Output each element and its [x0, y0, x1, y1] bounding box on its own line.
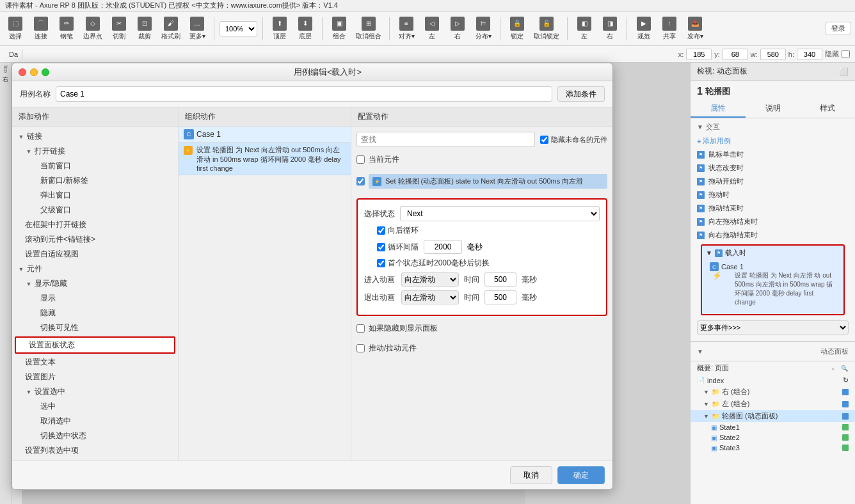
outline-state2[interactable]: ▣ State2 — [691, 432, 855, 443]
exit-anim-select[interactable]: 向左滑动 向右滑动 淡入淡出 无动画 — [401, 290, 459, 304]
outline-right-group[interactable]: ▼ 📁 右 (组合) — [691, 386, 855, 398]
bottom-layer[interactable]: ⬇ 底层 — [294, 13, 317, 44]
enter-anim-select[interactable]: 向左滑动 向右滑动 淡入淡出 无动画 — [401, 272, 459, 287]
toggle-select-item[interactable]: 切换选中状态 — [12, 429, 178, 443]
minimize-button[interactable] — [30, 68, 38, 76]
more-events-select[interactable]: 更多事件>>> — [697, 320, 849, 335]
connect-tool[interactable]: ⌒ 连接 — [29, 13, 52, 44]
case1-label[interactable]: C Case 1 — [710, 262, 836, 271]
open-link-toggle[interactable]: ▼ 打开链接 — [12, 144, 178, 159]
distribute-btn[interactable]: ⊨ 分布▾ — [472, 13, 495, 44]
ungroup-btn[interactable]: ⊞ 取消组合 — [353, 13, 384, 44]
more-tool[interactable]: … 更多▾ — [186, 13, 209, 44]
x-input[interactable] — [686, 49, 712, 60]
sidebar-icon2[interactable]: 右 — [3, 75, 8, 84]
set-action-checkbox[interactable] — [356, 177, 365, 185]
left-panel-toggle[interactable]: ◧ 左 — [573, 13, 596, 44]
set-adaptive-item[interactable]: 设置自适应视图 — [12, 247, 178, 262]
enter-time-input[interactable] — [484, 272, 516, 287]
set-action-item[interactable]: ⚡ Set 轮播图 (动态面板) state to Next 向左滑动 out … — [369, 174, 607, 189]
event-swipe-right[interactable]: ⚑ 向右拖动结束时 — [697, 228, 849, 242]
unlock-btn[interactable]: 🔓 取消锁定 — [531, 13, 562, 44]
search-input[interactable] — [356, 132, 535, 147]
right-align[interactable]: ▷ 右 — [446, 13, 469, 44]
outline-filter-icon[interactable]: ⬦ — [828, 364, 837, 373]
selected-item[interactable]: 选中 — [12, 399, 178, 414]
add-case-link[interactable]: + 添加用例 — [697, 134, 849, 148]
outline-index[interactable]: 📄 index ↻ — [691, 375, 855, 386]
outline-carousel[interactable]: ▼ 📁 轮播图 (动态面板) — [691, 410, 855, 422]
outline-state1[interactable]: ▣ State1 — [691, 422, 855, 432]
event-state-change[interactable]: ⚑ 状态改变时 — [697, 161, 849, 175]
event-drag-start[interactable]: ⚑ 拖动开始时 — [697, 175, 849, 188]
right-panel-toggle[interactable]: ◨ 右 — [598, 13, 621, 44]
set-panel-state-item[interactable]: 设置面板状态 — [15, 336, 175, 354]
set-text-item[interactable]: 设置文本 — [12, 355, 178, 370]
push-pull-checkbox[interactable] — [356, 344, 365, 352]
event-swipe-left[interactable]: ⚑ 向左拖动结束时 — [697, 215, 849, 228]
y-input[interactable] — [723, 49, 748, 60]
case-header[interactable]: C Case 1 — [179, 127, 351, 143]
set-image-item[interactable]: 设置图片 — [12, 370, 178, 384]
inspector-expand-icon[interactable]: ⬜ — [839, 67, 849, 76]
exit-time-input[interactable] — [484, 290, 516, 304]
deselect-item[interactable]: 取消选中 — [12, 414, 178, 429]
format-brush[interactable]: 🖌 格式刷 — [159, 13, 183, 44]
cut-tool[interactable]: ✂ 切割 — [108, 13, 131, 44]
tab-da[interactable]: Da — [5, 49, 22, 59]
h-input[interactable] — [797, 49, 822, 60]
pen-tool[interactable]: ✏ 钢笔 — [55, 13, 78, 44]
align-btn[interactable]: ≡ 对齐▾ — [395, 13, 418, 44]
event-drag[interactable]: ⚑ 拖动时 — [697, 188, 849, 201]
loop-interval-input[interactable] — [424, 240, 462, 254]
ok-button[interactable]: 确定 — [557, 466, 605, 484]
hide-unnamed-checkbox[interactable] — [540, 136, 548, 144]
state-dropdown[interactable]: Next Previous State1 State2 State3 — [400, 206, 600, 221]
outline-search-icon[interactable]: 🔍 — [840, 364, 849, 373]
widget-group-toggle[interactable]: ▼ 元件 — [12, 262, 178, 276]
current-component-checkbox[interactable] — [356, 155, 365, 164]
tab-description[interactable]: 说明 — [746, 100, 801, 118]
add-condition-button[interactable]: 添加条件 — [557, 86, 605, 102]
lock-btn[interactable]: 🔒 锁定 — [506, 13, 529, 44]
publish-btn[interactable]: 📤 发布▾ — [683, 13, 707, 44]
popup-item[interactable]: 弹出窗口 — [12, 188, 178, 203]
toggle-item[interactable]: 切换可见性 — [12, 320, 178, 335]
event-mouse-click[interactable]: ⚑ 鼠标单击时 — [697, 148, 849, 161]
zoom-select[interactable]: 100% — [220, 21, 257, 36]
loop-interval-checkbox[interactable] — [377, 243, 385, 251]
show-item[interactable]: 显示 — [12, 291, 178, 306]
set-selection-toggle[interactable]: ▼ 设置选中 — [12, 384, 178, 399]
hide-item[interactable]: 隐藏 — [12, 306, 178, 320]
left-align[interactable]: ◁ 左 — [420, 13, 443, 44]
parent-window-item[interactable]: 父级窗口 — [12, 203, 178, 217]
close-button[interactable] — [19, 68, 26, 76]
maximize-button[interactable] — [42, 68, 49, 76]
login-button[interactable]: 登录 — [826, 22, 851, 35]
carrying-header[interactable]: ▼ ⚑ 载入时 — [706, 248, 840, 258]
outline-state3[interactable]: ▣ State3 — [691, 443, 855, 453]
hide-checkbox[interactable] — [842, 50, 850, 58]
share-btn[interactable]: ↑ 共享 — [658, 13, 681, 44]
new-tab-item[interactable]: 新窗口/新标签 — [12, 173, 178, 188]
outline-left-group[interactable]: ▼ 📁 左 (组合) — [691, 398, 855, 410]
forward-cycle-checkbox[interactable] — [377, 226, 385, 235]
top-layer[interactable]: ⬆ 顶层 — [268, 13, 291, 44]
case-name-input[interactable] — [56, 86, 552, 102]
w-input[interactable] — [760, 49, 786, 60]
link-group-toggle[interactable]: ▼ 链接 — [12, 129, 178, 144]
scroll-to-item[interactable]: 滚动到元件<锚链接> — [12, 232, 178, 247]
set-list-selected-item[interactable]: 设置列表选中项 — [12, 443, 178, 458]
show-hide-toggle[interactable]: ▼ 显示/隐藏 — [12, 276, 178, 291]
current-window-item[interactable]: 当前窗口 — [12, 159, 178, 173]
tab-style[interactable]: 样式 — [800, 100, 855, 118]
preview-btn[interactable]: ▶ 规范 — [632, 13, 655, 44]
event-drag-end[interactable]: ⚑ 拖动结束时 — [697, 201, 849, 215]
first-delay-checkbox[interactable] — [377, 259, 385, 267]
frame-open-item[interactable]: 在框架中打开链接 — [12, 217, 178, 232]
crop-tool[interactable]: ⊡ 裁剪 — [133, 13, 156, 44]
boundary-tool[interactable]: ◇ 边界点 — [81, 13, 105, 44]
action-item[interactable]: ⚡ 设置 轮播图 为 Next 向左滑动 out 500ms 向左滑动 in 5… — [179, 143, 351, 175]
show-if-hidden-checkbox[interactable] — [356, 324, 365, 333]
tab-properties[interactable]: 属性 — [691, 100, 746, 118]
